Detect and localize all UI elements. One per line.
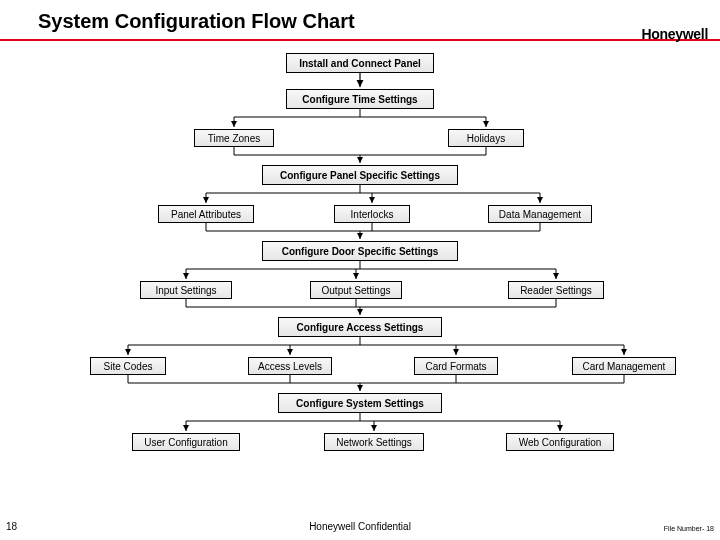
node-input-settings: Input Settings bbox=[140, 281, 232, 299]
node-holidays: Holidays bbox=[448, 129, 524, 147]
node-access-levels: Access Levels bbox=[248, 357, 332, 375]
node-configure-door-specific: Configure Door Specific Settings bbox=[262, 241, 458, 261]
node-card-management: Card Management bbox=[572, 357, 676, 375]
node-configure-system-settings: Configure System Settings bbox=[278, 393, 442, 413]
node-user-configuration: User Configuration bbox=[132, 433, 240, 451]
node-web-configuration: Web Configuration bbox=[506, 433, 614, 451]
flowchart-canvas: Install and Connect Panel Configure Time… bbox=[0, 41, 720, 481]
footer-file-number: File Number- 18 bbox=[664, 525, 714, 532]
page-title: System Configuration Flow Chart bbox=[38, 10, 720, 33]
node-panel-attributes: Panel Attributes bbox=[158, 205, 254, 223]
node-site-codes: Site Codes bbox=[90, 357, 166, 375]
node-configure-time-settings: Configure Time Settings bbox=[286, 89, 434, 109]
node-configure-panel-specific: Configure Panel Specific Settings bbox=[262, 165, 458, 185]
node-card-formats: Card Formats bbox=[414, 357, 498, 375]
node-time-zones: Time Zones bbox=[194, 129, 274, 147]
node-network-settings: Network Settings bbox=[324, 433, 424, 451]
slide-header: System Configuration Flow Chart bbox=[0, 0, 720, 37]
node-configure-access-settings: Configure Access Settings bbox=[278, 317, 442, 337]
node-interlocks: Interlocks bbox=[334, 205, 410, 223]
node-reader-settings: Reader Settings bbox=[508, 281, 604, 299]
footer-confidential: Honeywell Confidential bbox=[0, 521, 720, 532]
node-output-settings: Output Settings bbox=[310, 281, 402, 299]
brand-logo: Honeywell bbox=[641, 26, 708, 42]
node-install-connect-panel: Install and Connect Panel bbox=[286, 53, 434, 73]
node-data-management: Data Management bbox=[488, 205, 592, 223]
